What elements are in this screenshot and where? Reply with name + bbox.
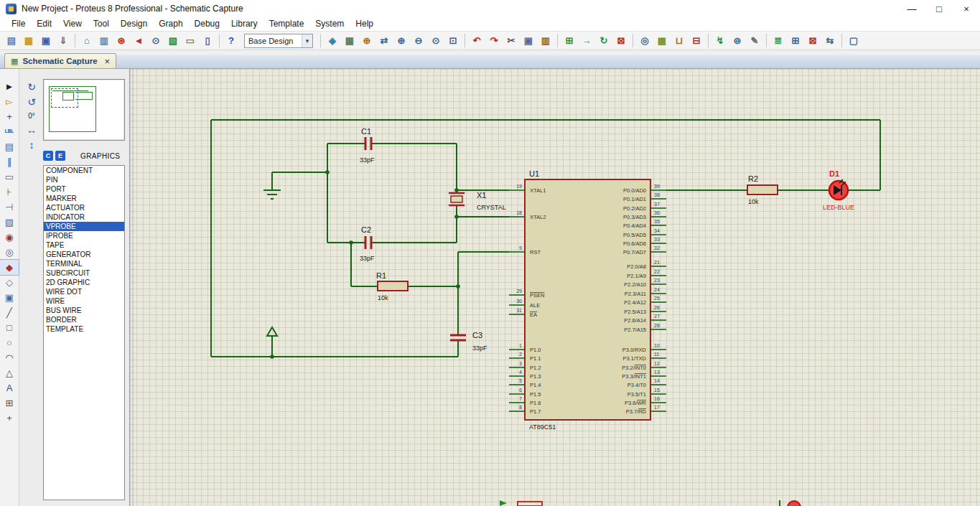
object-item-pin[interactable]: PIN xyxy=(44,175,124,184)
mirror-horizontal-icon[interactable]: ↔ xyxy=(27,125,37,135)
make-device-button[interactable]: ▩ xyxy=(653,32,671,49)
tape-recorder-mode-button[interactable]: ◉ xyxy=(0,230,19,245)
subcircuit-mode-button[interactable]: ▭ xyxy=(0,169,19,184)
help-button[interactable]: ? xyxy=(223,32,240,49)
design-explorer-button[interactable]: ≣ xyxy=(770,32,787,49)
buses-mode-button[interactable]: ∥ xyxy=(0,154,19,169)
wire-autorouter-button[interactable]: ↯ xyxy=(711,32,729,49)
junction-dot-mode-button[interactable]: + xyxy=(0,109,19,124)
ground-symbol[interactable] xyxy=(263,190,281,199)
object-item-bus-wire[interactable]: BUS WIRE xyxy=(44,306,124,315)
paste-button[interactable]: ▥ xyxy=(537,32,554,49)
export-graphics-button[interactable]: ▧ xyxy=(164,32,182,49)
object-item-iprobe[interactable]: IPROBE xyxy=(44,231,124,240)
copy-button[interactable]: ▣ xyxy=(520,32,537,49)
2d-box-mode-button[interactable]: □ xyxy=(0,320,19,335)
current-probe-mode-button[interactable]: ◇ xyxy=(0,275,19,290)
center-at-cursor-button[interactable]: ⇄ xyxy=(375,32,393,49)
wire-label-mode-button[interactable]: LBL xyxy=(0,124,19,139)
rotate-clockwise-icon[interactable]: ↻ xyxy=(27,82,36,92)
object-item-terminal[interactable]: TERMINAL xyxy=(44,259,124,268)
2d-path-mode-button[interactable]: △ xyxy=(0,365,19,380)
home-page-button[interactable]: ⌂ xyxy=(78,32,95,49)
pick-c-button[interactable]: C xyxy=(43,151,53,161)
capacitor-c3[interactable]: C3 33pF xyxy=(450,331,487,352)
close-button[interactable]: × xyxy=(953,0,980,17)
zoom-all-button[interactable]: ⊙ xyxy=(427,32,444,49)
object-item-generator[interactable]: GENERATOR xyxy=(44,250,124,259)
terminals-mode-button[interactable]: ⊦ xyxy=(0,184,19,200)
capacitor-c1[interactable]: C1 33pF xyxy=(360,127,375,164)
menu-view[interactable]: View xyxy=(57,17,88,31)
block-rotate-button[interactable]: ↻ xyxy=(595,32,612,49)
false-origin-button[interactable]: ⊕ xyxy=(358,32,375,49)
capacitor-c2[interactable]: C2 33pF xyxy=(360,225,375,262)
menu-graph[interactable]: Graph xyxy=(153,17,188,31)
import-project-button[interactable]: ⇓ xyxy=(55,32,72,49)
object-item-wire[interactable]: WIRE xyxy=(44,296,124,306)
zoom-in-button[interactable]: ⊕ xyxy=(393,32,410,49)
goto-sheet-button[interactable]: ⇆ xyxy=(821,32,839,49)
block-copy-button[interactable]: ⊞ xyxy=(561,32,578,49)
power-terminal[interactable] xyxy=(267,327,277,336)
cut-button[interactable]: ✂ xyxy=(503,32,520,49)
menu-library[interactable]: Library xyxy=(225,17,263,31)
component-mode-button[interactable]: ▻ xyxy=(0,94,19,109)
back-button[interactable]: ◄ xyxy=(130,32,147,49)
packaging-tool-button[interactable]: ⊔ xyxy=(671,32,688,49)
undo-button[interactable]: ↶ xyxy=(468,32,485,49)
system-settings-button[interactable]: ⊛ xyxy=(113,32,130,49)
schematic-canvas[interactable]: C1 33pF C2 33pF C3 33pF xyxy=(129,69,980,506)
block-delete-button[interactable]: ⊠ xyxy=(612,32,630,49)
object-item-vprobe[interactable]: VPROBE xyxy=(44,222,124,231)
redraw-display-button[interactable]: ◈ xyxy=(324,32,341,49)
pick-e-button[interactable]: E xyxy=(55,151,65,161)
2d-arc-mode-button[interactable]: ◠ xyxy=(0,350,19,365)
block-move-button[interactable]: → xyxy=(578,32,595,49)
object-item-marker[interactable]: MARKER xyxy=(44,194,124,203)
virtual-instruments-mode-button[interactable]: ▣ xyxy=(0,290,19,305)
template-help-button[interactable]: ▢ xyxy=(845,32,862,49)
2d-circle-mode-button[interactable]: ○ xyxy=(0,335,19,350)
object-item-tape[interactable]: TAPE xyxy=(44,240,124,250)
remove-sheet-button[interactable]: ⊠ xyxy=(804,32,821,49)
report-button[interactable]: ▯ xyxy=(199,32,216,49)
open-project-button[interactable]: ▦ xyxy=(20,32,37,49)
selection-mode-button[interactable]: ► xyxy=(0,79,19,94)
object-item-component[interactable]: COMPONENT xyxy=(44,166,124,175)
search-tags-button[interactable]: ⊚ xyxy=(729,32,746,49)
menu-file[interactable]: File xyxy=(6,17,31,31)
tab-schematic-capture[interactable]: ▦ Schematic Capture × xyxy=(4,53,116,68)
pick-parts-button[interactable]: ◎ xyxy=(636,32,653,49)
schematic-home-button[interactable]: ▥ xyxy=(95,32,113,49)
menu-design[interactable]: Design xyxy=(115,17,153,31)
2d-markers-mode-button[interactable]: + xyxy=(0,411,19,426)
object-item-actuator[interactable]: ACTUATOR xyxy=(44,203,124,212)
voltage-probe-mode-button[interactable]: ◆ xyxy=(0,260,19,275)
object-item-wire-dot[interactable]: WIRE DOT xyxy=(44,287,124,296)
design-selector[interactable]: Base Design▾ xyxy=(244,34,313,48)
find-component-button[interactable]: ⊙ xyxy=(147,32,164,49)
menu-system[interactable]: System xyxy=(309,17,350,31)
save-project-button[interactable]: ▣ xyxy=(37,32,55,49)
overview-minimap[interactable] xyxy=(43,79,125,141)
2d-text-mode-button[interactable]: A xyxy=(0,380,19,395)
text-script-mode-button[interactable]: ▤ xyxy=(0,139,19,154)
menu-help[interactable]: Help xyxy=(350,17,379,31)
zoom-out-button[interactable]: ⊖ xyxy=(410,32,427,49)
2d-line-mode-button[interactable]: ╱ xyxy=(0,305,19,320)
2d-symbols-mode-button[interactable]: ⊞ xyxy=(0,395,19,411)
generator-mode-button[interactable]: ◎ xyxy=(0,245,19,260)
rotate-anticlockwise-icon[interactable]: ↺ xyxy=(27,97,36,107)
menu-template[interactable]: Template xyxy=(263,17,310,31)
new-project-button[interactable]: ▤ xyxy=(3,32,20,49)
toggle-grid-button[interactable]: ▦ xyxy=(341,32,358,49)
close-tab-icon[interactable]: × xyxy=(105,56,111,67)
ruler-button[interactable]: ▭ xyxy=(182,32,199,49)
object-item-border[interactable]: BORDER xyxy=(44,315,124,324)
mcu-u1[interactable]: U1 AT89C51 19XTAL118XTAL29RST29PSEN30ALE… xyxy=(509,169,666,431)
menu-tool[interactable]: Tool xyxy=(88,17,115,31)
menu-edit[interactable]: Edit xyxy=(31,17,57,31)
redo-button[interactable]: ↷ xyxy=(485,32,503,49)
zoom-area-button[interactable]: ⊡ xyxy=(444,32,462,49)
